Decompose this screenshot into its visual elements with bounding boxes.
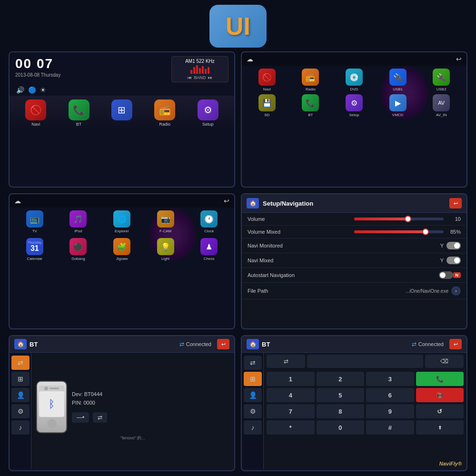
volume-value: 10 bbox=[446, 216, 461, 222]
bt-sidebar-settings[interactable]: ⚙ bbox=[11, 404, 30, 418]
app-sm-sd-icon: 💾 bbox=[258, 94, 276, 111]
app-sm-bt[interactable]: 📞 BT bbox=[290, 94, 331, 117]
app-sm-bt-icon: 📞 bbox=[302, 94, 319, 111]
app-ipod-icon: 🎵 bbox=[69, 210, 87, 228]
bt-sidebar-connect[interactable]: ⇄ bbox=[11, 356, 30, 370]
app-radio[interactable]: 📻 Radio bbox=[154, 99, 175, 127]
app-light[interactable]: 💡 Light bbox=[145, 238, 186, 261]
bt-label: BT bbox=[76, 122, 82, 127]
band-label: BAND bbox=[194, 75, 206, 80]
setup-volume-row: Volume 10 bbox=[242, 213, 466, 226]
app-jigsaw[interactable]: 🧩 Jigsaw bbox=[101, 238, 142, 261]
app-sm-sd[interactable]: 💾 SD bbox=[247, 94, 288, 117]
navi-icon: 🚫 bbox=[25, 99, 46, 120]
p6-sidebar-contacts[interactable]: 👤 bbox=[244, 388, 262, 402]
navifly-brand: NaviFly® bbox=[439, 461, 462, 466]
p1-time: 00 07 bbox=[15, 56, 60, 71]
p6-home-btn[interactable]: 🏠 bbox=[247, 339, 259, 349]
volume-slider-container[interactable]: 10 bbox=[354, 216, 461, 222]
app-sm-avin[interactable]: AV AV_IN bbox=[421, 94, 462, 117]
bt-icon: 📞 bbox=[69, 99, 89, 120]
app-sm-vmcd[interactable]: ▶ VMCD bbox=[377, 94, 418, 117]
filepath-arrow-btn[interactable]: › bbox=[451, 286, 461, 296]
app-grid[interactable]: ⊞ bbox=[111, 99, 132, 127]
app-clock-label: Clock bbox=[204, 229, 214, 233]
dial-5[interactable]: 5 bbox=[317, 388, 365, 402]
dial-7[interactable]: 7 bbox=[267, 404, 315, 418]
p6-sidebar-dialpad[interactable]: ⊞ bbox=[244, 372, 262, 386]
app-calendar[interactable]: Thursday 31 Calendar bbox=[14, 238, 55, 261]
dial-call-green[interactable]: 📞 bbox=[416, 372, 464, 386]
dial-4[interactable]: 4 bbox=[267, 388, 315, 402]
volume-slider[interactable] bbox=[354, 218, 444, 220]
p6-arrows-icon: ⇄ bbox=[412, 341, 416, 347]
p6-back-dial-btn[interactable]: ⇄ bbox=[267, 355, 305, 368]
setup-home-btn[interactable]: 🏠 bbox=[247, 198, 259, 208]
dial-2[interactable]: 2 bbox=[317, 372, 365, 386]
volume-icon: 🔊 bbox=[16, 86, 24, 94]
bt-back-btn[interactable]: ↩ bbox=[217, 339, 229, 349]
app-explorer[interactable]: 🌐 Explorer bbox=[101, 210, 142, 233]
app-chess[interactable]: ♟ Chess bbox=[188, 238, 229, 261]
volume-mixed-slider-container[interactable]: 85% bbox=[354, 229, 461, 235]
panels-grid: 00 07 2013-08-08 Thursday AM1 522 KHz ⏮ … bbox=[0, 51, 476, 476]
app-sm-dvd[interactable]: 💿 DVD bbox=[334, 69, 375, 91]
p6-body: ⇄ ⊞ 👤 ⚙ ♪ ⇄ ⌫ 1 2 3 📞 4 bbox=[242, 353, 466, 469]
dial-0[interactable]: 0 bbox=[317, 420, 365, 435]
dial-refresh[interactable]: ↺ bbox=[416, 404, 464, 418]
p6-delete-btn[interactable]: ⌫ bbox=[425, 355, 464, 368]
p6-sidebar-settings[interactable]: ⚙ bbox=[244, 404, 262, 418]
app-jigsaw-icon: 🧩 bbox=[113, 238, 130, 255]
p6-sidebar-connect[interactable]: ⇄ bbox=[244, 356, 262, 370]
app-sm-usb1[interactable]: 🔌 USB1 bbox=[377, 69, 418, 91]
p6-sidebar-music[interactable]: ♪ bbox=[244, 420, 262, 435]
dial-9[interactable]: 9 bbox=[366, 404, 414, 418]
bt-sidebar-dialpad[interactable]: ⊞ bbox=[11, 372, 30, 386]
navi-monitored-toggle[interactable] bbox=[446, 242, 461, 249]
dial-hash[interactable]: # bbox=[366, 420, 414, 435]
app-sm-setup[interactable]: ⚙ Setup bbox=[334, 94, 375, 117]
volume-mixed-slider[interactable] bbox=[354, 230, 444, 233]
app-ipod-label: iPod bbox=[74, 229, 82, 233]
bt-disconnect-btn[interactable]: —• bbox=[72, 412, 89, 423]
p6-back-btn[interactable]: ↩ bbox=[449, 339, 462, 349]
app-sm-radio-label: Radio bbox=[306, 87, 316, 91]
dial-6[interactable]: 6 bbox=[366, 388, 414, 402]
dial-extra[interactable]: ⬆ bbox=[416, 420, 464, 435]
dial-1[interactable]: 1 bbox=[267, 372, 315, 386]
app-ipod[interactable]: 🎵 iPod bbox=[58, 210, 99, 233]
navi-mixed-toggle[interactable] bbox=[446, 257, 461, 264]
navi-mixed-label: Navi Mixed bbox=[248, 258, 440, 263]
app-sm-usb1-label: USB1 bbox=[393, 87, 403, 91]
app-gobang[interactable]: ⚫ Gobang bbox=[58, 238, 99, 261]
app-navi[interactable]: 🚫 Navi bbox=[25, 99, 46, 127]
p2-topbar: ☁ ↩ bbox=[242, 52, 466, 66]
volume-mixed-thumb bbox=[422, 228, 429, 235]
bt-home-btn[interactable]: 🏠 bbox=[14, 339, 27, 349]
dial-3[interactable]: 3 bbox=[366, 372, 414, 386]
p1-radio-box[interactable]: AM1 522 KHz ⏮ BAND ⏭ bbox=[171, 56, 228, 82]
app-fcam[interactable]: 📷 F-CAM bbox=[145, 210, 186, 233]
autostart-toggle[interactable] bbox=[439, 271, 453, 279]
app-sm-bt-label: BT bbox=[308, 113, 313, 117]
bt-sidebar-music[interactable]: ♪ bbox=[11, 420, 30, 435]
bt-sidebar-contacts[interactable]: 👤 bbox=[11, 388, 30, 402]
app-sm-navi-label: Navi bbox=[263, 87, 271, 91]
dial-call-red[interactable]: 📵 bbox=[416, 388, 464, 402]
setup-back-btn[interactable]: ↩ bbox=[449, 198, 462, 208]
dial-star[interactable]: * bbox=[267, 420, 315, 435]
dial-8[interactable]: 8 bbox=[317, 404, 365, 418]
back-icon2[interactable]: ↩ bbox=[224, 197, 229, 205]
app-tv[interactable]: 📺 TV bbox=[14, 210, 55, 233]
app-sm-radio[interactable]: 📻 Radio bbox=[290, 69, 331, 91]
app-bt[interactable]: 📞 BT bbox=[69, 99, 89, 127]
cloud-icon: ☁ bbox=[247, 55, 253, 63]
app-sm-navi[interactable]: 🚫 Navi bbox=[247, 69, 288, 91]
bt-connect-btn[interactable]: ⇄ bbox=[93, 412, 107, 423]
back-icon[interactable]: ↩ bbox=[456, 55, 462, 63]
app-sm-usb2-icon: 🔌 bbox=[433, 69, 450, 86]
app-setup[interactable]: ⚙ Setup bbox=[198, 99, 218, 127]
app-clock[interactable]: 🕐 Clock bbox=[188, 210, 229, 233]
p6-sidebar: ⇄ ⊞ 👤 ⚙ ♪ bbox=[242, 353, 264, 469]
app-sm-usb2[interactable]: 🔌 USB2 bbox=[421, 69, 462, 91]
